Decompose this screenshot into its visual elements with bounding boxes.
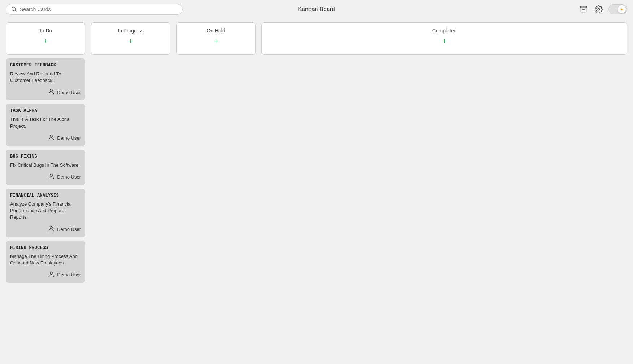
card-title: CUSTOMER FEEDBACK xyxy=(10,63,81,68)
search-container xyxy=(6,4,183,15)
svg-point-7 xyxy=(50,174,53,176)
svg-point-5 xyxy=(50,89,53,92)
card-card-customer-feedback[interactable]: CUSTOMER FEEDBACKReview And Respond To C… xyxy=(6,58,85,100)
avatar-icon xyxy=(48,134,55,142)
add-card-button-on-hold[interactable]: + xyxy=(214,37,218,45)
card-description: Review And Respond To Customer Feedback. xyxy=(10,71,81,84)
card-title: FINANCIAL ANALYSIS xyxy=(10,193,81,198)
add-card-button-todo[interactable]: + xyxy=(43,37,48,45)
avatar-icon xyxy=(48,225,55,234)
archive-button[interactable] xyxy=(578,4,589,15)
card-user-label: Demo User xyxy=(57,272,81,277)
card-title: TASK ALPHA xyxy=(10,108,81,113)
card-user-label: Demo User xyxy=(57,227,81,232)
search-input[interactable] xyxy=(20,6,177,12)
search-icon xyxy=(11,6,17,12)
column-header-todo: To Do+ xyxy=(6,22,85,55)
column-in-progress: In Progress+ xyxy=(91,22,170,360)
svg-rect-2 xyxy=(580,6,587,8)
card-title: HIRING PROCESS xyxy=(10,245,81,250)
column-todo: To Do+CUSTOMER FEEDBACKReview And Respon… xyxy=(6,22,85,360)
column-title-completed: Completed xyxy=(432,28,457,34)
card-footer: Demo User xyxy=(10,134,81,142)
card-user-label: Demo User xyxy=(57,135,81,141)
sun-icon: ☀ xyxy=(620,7,624,12)
card-user-label: Demo User xyxy=(57,90,81,95)
column-header-completed: Completed+ xyxy=(261,22,627,55)
column-title-todo: To Do xyxy=(39,28,52,34)
archive-icon xyxy=(580,5,588,13)
column-completed: Completed+ xyxy=(261,22,627,360)
svg-point-9 xyxy=(50,272,53,274)
column-title-on-hold: On Hold xyxy=(207,28,225,34)
card-footer: Demo User xyxy=(10,271,81,279)
card-card-hiring-process[interactable]: HIRING PROCESSManage The Hiring Process … xyxy=(6,241,85,283)
card-card-bug-fixing[interactable]: BUG FIXINGFix Critical Bugs In The Softw… xyxy=(6,150,85,185)
add-card-button-in-progress[interactable]: + xyxy=(129,37,133,45)
card-title: BUG FIXING xyxy=(10,154,81,159)
toggle-knob: ☀ xyxy=(618,5,626,13)
gear-icon xyxy=(595,5,603,13)
card-footer: Demo User xyxy=(10,88,81,97)
settings-button[interactable] xyxy=(593,4,604,15)
svg-point-6 xyxy=(50,135,53,137)
column-header-on-hold: On Hold+ xyxy=(176,22,256,55)
card-footer: Demo User xyxy=(10,173,81,181)
avatar-icon xyxy=(48,271,55,279)
svg-point-4 xyxy=(598,8,600,10)
column-header-in-progress: In Progress+ xyxy=(91,22,170,55)
column-on-hold: On Hold+ xyxy=(176,22,256,360)
avatar-icon xyxy=(48,88,55,97)
column-title-in-progress: In Progress xyxy=(118,28,144,34)
card-description: Manage The Hiring Process And Onboard Ne… xyxy=(10,253,81,266)
card-user-label: Demo User xyxy=(57,174,81,180)
kanban-board: To Do+CUSTOMER FEEDBACKReview And Respon… xyxy=(0,19,633,364)
card-description: Fix Critical Bugs In The Software. xyxy=(10,162,81,168)
header: Kanban Board ☀ xyxy=(0,0,633,19)
page-title: Kanban Board xyxy=(298,6,335,13)
svg-point-8 xyxy=(50,226,53,229)
add-card-button-completed[interactable]: + xyxy=(442,37,447,45)
theme-toggle[interactable]: ☀ xyxy=(608,4,627,14)
avatar-icon xyxy=(48,173,55,181)
card-card-financial-analysis[interactable]: FINANCIAL ANALYSISAnalyze Company's Fina… xyxy=(6,189,85,237)
card-card-task-alpha[interactable]: TASK ALPHAThis Is A Task For The Alpha P… xyxy=(6,104,85,146)
svg-line-1 xyxy=(15,10,17,12)
card-footer: Demo User xyxy=(10,225,81,234)
card-description: This Is A Task For The Alpha Project. xyxy=(10,116,81,129)
card-description: Analyze Company's Financial Performance … xyxy=(10,201,81,221)
header-actions: ☀ xyxy=(578,4,627,15)
